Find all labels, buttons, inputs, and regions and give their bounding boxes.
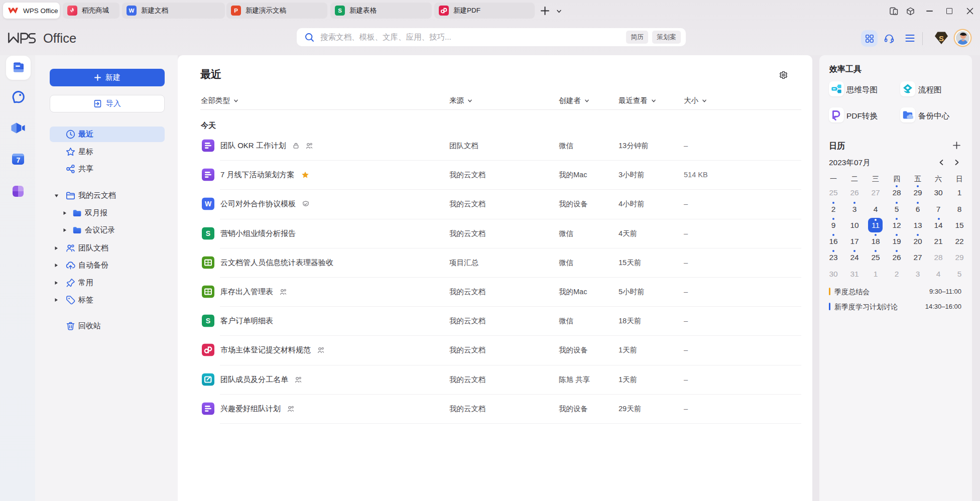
svg-text:7: 7 [17, 156, 21, 164]
svg-text:S: S [206, 229, 210, 237]
svg-text:P: P [234, 8, 238, 14]
svg-text:S: S [939, 34, 944, 43]
svg-text:W: W [129, 8, 135, 14]
svg-text:S: S [338, 8, 342, 14]
svg-text:S: S [206, 317, 210, 325]
svg-text:W: W [205, 200, 212, 208]
